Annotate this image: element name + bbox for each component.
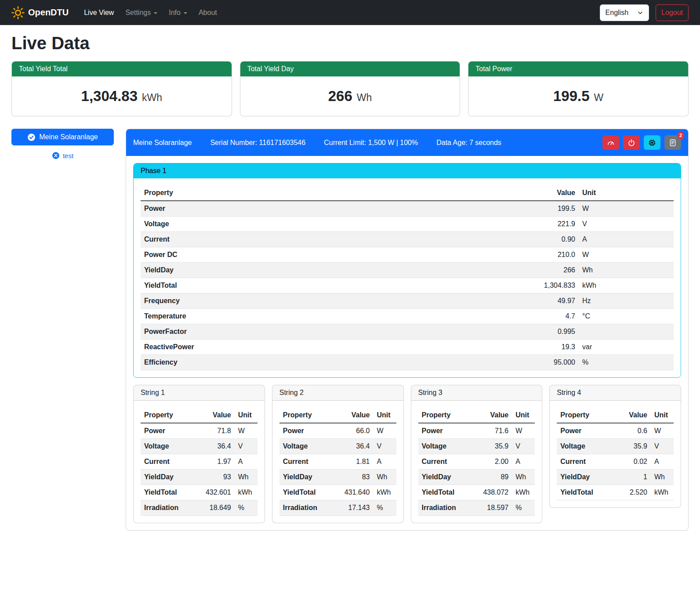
column-unit: Unit	[512, 408, 535, 423]
property-cell: YieldTotal	[141, 278, 515, 293]
string-card-body: Property Value Unit Power66.0WVoltage36.…	[272, 401, 403, 523]
power-icon	[627, 139, 635, 147]
string-table: Property Value Unit Power71.6WVoltage35.…	[418, 408, 535, 516]
property-cell: YieldTotal	[557, 485, 617, 500]
string-3-card: String 3 Property Value Unit	[411, 385, 543, 523]
total-yield-day-card: Total Yield Day 266Wh	[240, 61, 461, 116]
value-cell: 1	[617, 470, 651, 485]
property-cell: ReactivePower	[141, 340, 515, 355]
x-circle-icon	[52, 152, 60, 159]
property-cell: Voltage	[141, 439, 201, 454]
unit-cell: W	[512, 423, 535, 439]
unit-cell: %	[579, 355, 674, 370]
column-value: Value	[515, 185, 579, 201]
language-select[interactable]: English	[600, 4, 649, 21]
event-log-button[interactable]: 2	[664, 135, 681, 150]
value-cell: 4.7	[515, 309, 579, 324]
value-cell: 95.000	[515, 355, 579, 370]
string-card-title: String 4	[550, 385, 681, 401]
summary-unit: Wh	[357, 92, 372, 103]
table-row: Current0.90A	[141, 232, 674, 247]
limit-button[interactable]	[602, 135, 619, 150]
unit-cell: °C	[579, 309, 674, 324]
column-value: Value	[201, 408, 235, 423]
table-row: YieldDay93Wh	[141, 470, 258, 485]
table-row: Power71.6W	[418, 423, 535, 439]
property-cell: YieldDay	[557, 470, 617, 485]
value-cell: 2.520	[617, 485, 651, 500]
sidebar-item-test[interactable]: test	[11, 152, 114, 159]
unit-cell: A	[374, 454, 396, 470]
summary-card-title: Total Yield Total	[12, 62, 232, 76]
phase-card-title: Phase 1	[134, 163, 681, 178]
summary-card-body: 199.5W	[468, 76, 688, 116]
property-cell: YieldTotal	[418, 485, 479, 500]
strings-row: String 1 Property Value Unit	[133, 385, 681, 523]
nav-info[interactable]: Info	[163, 5, 193, 20]
unit-cell: Hz	[579, 293, 674, 309]
string-card-title: String 3	[411, 385, 542, 401]
unit-cell: kWh	[579, 278, 674, 293]
caret-down-icon	[154, 12, 157, 14]
brand[interactable]: OpenDTU	[11, 6, 69, 19]
table-row: Frequency49.97Hz	[141, 293, 674, 309]
table-row: Irradiation18.597%	[418, 500, 535, 516]
total-yield-total-card: Total Yield Total 1,304.83kWh	[11, 61, 232, 116]
property-cell: Voltage	[279, 439, 340, 454]
value-cell: 71.6	[479, 423, 512, 439]
unit-cell: W	[579, 247, 674, 263]
unit-cell: var	[579, 340, 674, 355]
unit-cell: V	[579, 217, 674, 232]
property-cell: Voltage	[418, 439, 479, 454]
table-row: YieldTotal438.072kWh	[418, 485, 535, 500]
unit-cell: V	[235, 439, 258, 454]
sidebar-item-meine-solaranlage[interactable]: Meine Solaranlage	[11, 129, 114, 145]
property-cell: Power	[557, 423, 617, 439]
table-row: ReactivePower19.3var	[141, 340, 674, 355]
value-cell: 35.9	[617, 439, 651, 454]
phase-table: Property Value Unit Power199.5WVoltage22…	[141, 185, 674, 370]
table-row: Irradiation17.143%	[279, 500, 396, 516]
value-cell: 36.4	[340, 439, 374, 454]
nav-settings[interactable]: Settings	[120, 5, 163, 20]
column-unit: Unit	[579, 185, 674, 201]
nav-live-view[interactable]: Live View	[78, 5, 120, 20]
table-row: Voltage35.9V	[418, 439, 535, 454]
unit-cell: %	[512, 500, 535, 516]
summary-card-title: Total Yield Day	[240, 62, 460, 76]
inverter-data-age: Data Age: 7 seconds	[436, 139, 501, 147]
table-row: Voltage36.4V	[279, 439, 396, 454]
table-row: YieldDay83Wh	[279, 470, 396, 485]
chevron-down-icon	[637, 10, 643, 16]
navbar-right: English Logout	[600, 4, 689, 21]
summary-value: 266	[328, 88, 352, 104]
table-row: YieldTotal431.640kWh	[279, 485, 396, 500]
table-row: YieldDay89Wh	[418, 470, 535, 485]
string-1-card: String 1 Property Value Unit	[133, 385, 265, 523]
column-value: Value	[479, 408, 512, 423]
table-row: Power0.6W	[557, 423, 674, 439]
property-cell: Current	[557, 454, 617, 470]
value-cell: 2.00	[479, 454, 512, 470]
property-cell: Power	[141, 423, 201, 439]
property-cell: YieldTotal	[141, 485, 201, 500]
table-row: Voltage36.4V	[141, 439, 258, 454]
logout-button[interactable]: Logout	[656, 4, 689, 21]
unit-cell: A	[651, 454, 674, 470]
power-button[interactable]	[623, 135, 640, 150]
total-power-card: Total Power 199.5W	[468, 61, 689, 116]
property-cell: Power	[418, 423, 479, 439]
inverter-name: Meine Solaranlage	[133, 139, 192, 147]
device-info-button[interactable]	[644, 135, 660, 150]
phase-card-body: Property Value Unit Power199.5WVoltage22…	[134, 178, 681, 377]
value-cell: 83	[340, 470, 374, 485]
column-property: Property	[557, 408, 617, 423]
table-header-row: Property Value Unit	[557, 408, 674, 423]
unit-cell: W	[579, 201, 674, 217]
nav-about[interactable]: About	[193, 5, 223, 20]
table-row: YieldDay266Wh	[141, 263, 674, 278]
property-cell: YieldDay	[141, 470, 201, 485]
table-row: Power199.5W	[141, 201, 674, 217]
summary-cards-row: Total Yield Total 1,304.83kWh Total Yiel…	[11, 61, 689, 116]
value-cell: 431.640	[340, 485, 374, 500]
